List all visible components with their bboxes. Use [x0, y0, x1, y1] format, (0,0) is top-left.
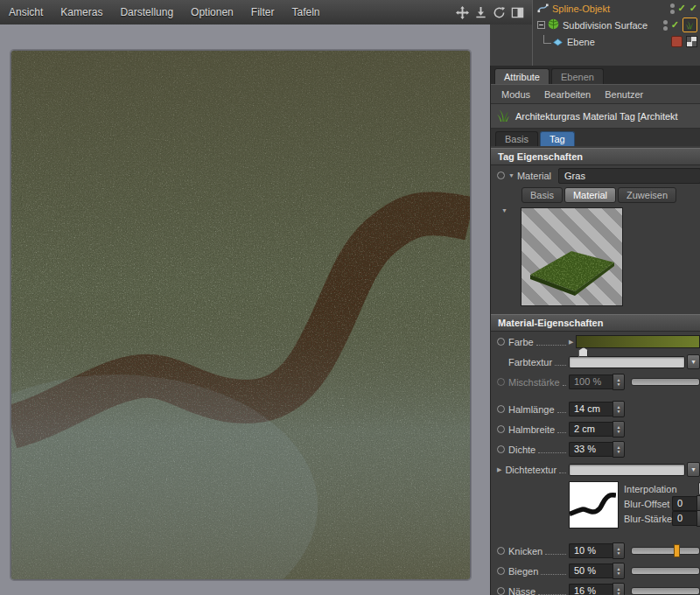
- knicken-slider[interactable]: [631, 547, 700, 555]
- blur-staerke-stepper[interactable]: ▲▼: [696, 510, 700, 527]
- biegen-slider[interactable]: [631, 567, 700, 575]
- biegen-row: Biegen 50 % ▲▼: [491, 561, 700, 581]
- tab-attribute[interactable]: Attribute: [494, 68, 550, 84]
- tab-basis[interactable]: Basis: [495, 131, 538, 146]
- material-link-row: ▼ Material Gras: [491, 165, 700, 186]
- enable-check-icon[interactable]: ✓: [678, 4, 686, 13]
- halmbreite-row: Halmbreite 2 cm ▲▼: [491, 419, 700, 439]
- material-subtabs: Basis Material Zuweisen: [491, 186, 700, 204]
- color-gradient-bar[interactable]: [576, 335, 700, 348]
- subtab-zuweisen[interactable]: Zuweisen: [618, 187, 676, 203]
- mischstaerke-stepper[interactable]: ▲▼: [612, 374, 625, 390]
- tab-tag[interactable]: Tag: [540, 131, 575, 146]
- halmlaenge-input[interactable]: 14 cm: [569, 402, 612, 416]
- menu-filter[interactable]: Filter: [242, 6, 284, 18]
- dichte-input[interactable]: 33 %: [569, 442, 612, 457]
- anim-dot[interactable]: [497, 425, 505, 433]
- menu-benutzer[interactable]: Benutzer: [605, 89, 643, 100]
- mischstaerke-input[interactable]: 100 %: [569, 374, 612, 389]
- anim-dot[interactable]: [497, 172, 505, 179]
- halmlaenge-label: Halmlänge: [508, 404, 555, 415]
- dotted-leader: [536, 338, 566, 346]
- halmbreite-stepper[interactable]: ▲▼: [612, 421, 625, 438]
- farbe-row: Farbe ▶: [491, 332, 700, 352]
- dichtetextur-expander-icon[interactable]: ▶: [497, 466, 501, 473]
- object-row-ebene[interactable]: Ebene: [533, 33, 700, 50]
- farbtextur-field[interactable]: [569, 356, 685, 368]
- tab-ebenen[interactable]: Ebenen: [551, 68, 604, 84]
- biegen-input[interactable]: 50 %: [569, 564, 612, 578]
- expand-toggle-icon[interactable]: [537, 20, 545, 31]
- menu-tafeln[interactable]: Tafeln: [283, 6, 328, 18]
- preview-expander-icon[interactable]: ▼: [501, 207, 508, 214]
- menu-ansicht[interactable]: Ansicht: [0, 6, 52, 18]
- cinema4d-window: Ansicht Kameras Darstellung Optionen Fil…: [0, 0, 700, 595]
- anim-dot[interactable]: [497, 445, 505, 453]
- anim-dot[interactable]: [497, 587, 505, 595]
- knicken-stepper[interactable]: ▲▼: [612, 542, 625, 559]
- anim-dot[interactable]: [497, 567, 505, 575]
- dichte-stepper[interactable]: ▲▼: [612, 441, 625, 458]
- menu-kameras[interactable]: Kameras: [52, 6, 111, 18]
- knicken-input[interactable]: 10 %: [569, 543, 612, 558]
- generator-check-icon[interactable]: ✓: [690, 4, 697, 13]
- pan-icon[interactable]: [455, 5, 470, 20]
- rotate-icon[interactable]: [492, 5, 507, 20]
- anim-dot[interactable]: [497, 378, 505, 386]
- halmlaenge-stepper[interactable]: ▲▼: [612, 401, 625, 417]
- knicken-row: Knicken 10 % ▲▼: [491, 541, 700, 561]
- biegen-stepper[interactable]: ▲▼: [612, 563, 625, 579]
- dichtetextur-field[interactable]: [569, 464, 685, 476]
- anim-dot[interactable]: [497, 547, 505, 555]
- anim-dot[interactable]: [497, 338, 505, 346]
- blur-offset-input[interactable]: 0: [672, 496, 696, 511]
- texture-tag-icon[interactable]: [686, 36, 697, 47]
- object-row-subdivision-surface[interactable]: Subdivision Surface ✓: [533, 17, 700, 33]
- zoom-icon[interactable]: [473, 5, 488, 20]
- menu-optionen[interactable]: Optionen: [182, 6, 242, 18]
- object-label-subdivision[interactable]: Subdivision Surface: [563, 20, 648, 31]
- blur-staerke-row: Blur-Stärke 0 ▲▼: [624, 511, 700, 526]
- interpolation-row: Interpolation: [624, 481, 700, 496]
- naesse-stepper[interactable]: ▲▼: [612, 583, 625, 595]
- visibility-dots[interactable]: [663, 20, 668, 31]
- material-link-field[interactable]: Gras: [558, 168, 700, 184]
- anim-dot[interactable]: [497, 405, 505, 413]
- object-row-spline[interactable]: Spline-Objekt ✓ ✓: [533, 0, 700, 17]
- naesse-slider[interactable]: [631, 587, 700, 595]
- object-label-spline[interactable]: Spline-Objekt: [552, 4, 610, 14]
- knicken-slider-handle[interactable]: [674, 544, 680, 557]
- subtab-basis[interactable]: Basis: [522, 187, 563, 203]
- expander-down-icon[interactable]: ▼: [508, 172, 514, 178]
- menu-modus[interactable]: Modus: [501, 89, 530, 100]
- mischstaerke-slider[interactable]: [631, 378, 700, 386]
- halmbreite-input[interactable]: 2 cm: [569, 422, 612, 437]
- menu-bearbeiten[interactable]: Bearbeiten: [544, 89, 591, 100]
- dichtetextur-label: Dichtetextur: [505, 465, 556, 475]
- farbtextur-browse-button[interactable]: ▾: [687, 354, 700, 369]
- interpolation-label: Interpolation: [624, 484, 698, 494]
- subtab-material[interactable]: Material: [564, 187, 616, 203]
- toggle-view-icon[interactable]: [510, 5, 525, 20]
- viewport[interactable]: [0, 24, 490, 595]
- material-preview-block: ▼: [491, 204, 700, 312]
- menu-darstellung[interactable]: Darstellung: [111, 6, 182, 18]
- enable-check-icon[interactable]: ✓: [671, 20, 679, 30]
- visibility-dots[interactable]: [670, 4, 675, 14]
- dichtetextur-row: ▶ Dichtetextur ▾: [491, 459, 700, 480]
- density-texture-thumbnail[interactable]: [569, 481, 619, 528]
- object-label-ebene[interactable]: Ebene: [567, 37, 595, 47]
- architekturgras-tag-icon-selected[interactable]: [682, 18, 697, 32]
- blur-staerke-input[interactable]: 0: [672, 511, 696, 526]
- dropdown-icon: ▾: [691, 358, 695, 366]
- color-expander-icon[interactable]: ▶: [569, 339, 573, 346]
- dichtetextur-browse-button[interactable]: ▾: [687, 462, 700, 477]
- section-header-tag-eigenschaften: Tag Eigenschaften: [491, 148, 700, 165]
- gradient-marker[interactable]: [578, 347, 588, 357]
- phong-tag-icon[interactable]: [671, 36, 682, 47]
- material-preview[interactable]: [521, 207, 623, 306]
- dotted-leader: [555, 358, 566, 366]
- naesse-input[interactable]: 16 %: [569, 584, 612, 595]
- object-manager: Spline-Objekt ✓ ✓ Subdivision Surface ✓: [532, 0, 700, 66]
- material-label: Material: [517, 171, 551, 181]
